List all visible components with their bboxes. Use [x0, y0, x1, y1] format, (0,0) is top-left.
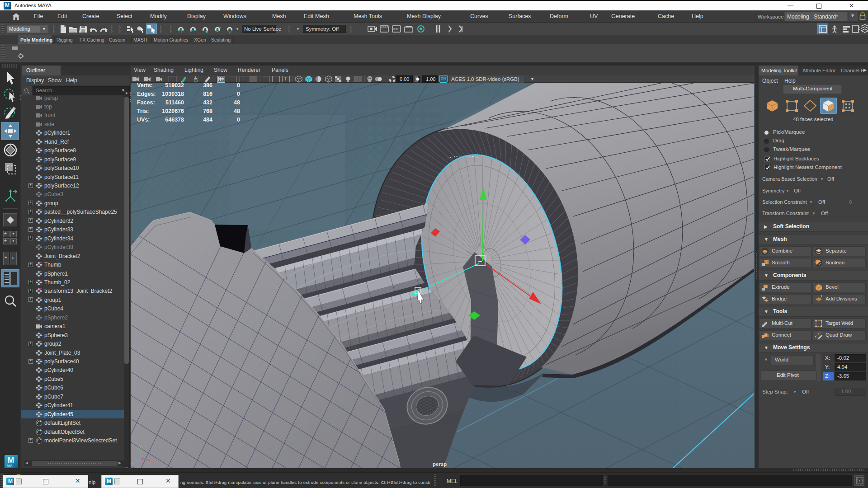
svg-text:646378: 646378 — [165, 117, 184, 123]
svg-text:UVs:: UVs: — [137, 117, 150, 123]
svg-text:48: 48 — [234, 99, 240, 106]
svg-text:persp: persp — [433, 461, 447, 467]
svg-text:x: x — [151, 459, 153, 464]
svg-text:48: 48 — [234, 108, 240, 114]
svg-text:IPR: IPR — [393, 28, 399, 31]
svg-text:Verts:: Verts: — [137, 83, 153, 89]
svg-text:519032: 519032 — [165, 83, 184, 89]
svg-text:1020676: 1020676 — [162, 108, 184, 114]
svg-text:y: y — [139, 444, 142, 449]
svg-text:0: 0 — [237, 91, 240, 97]
svg-text:386: 386 — [203, 83, 212, 89]
svg-text:768: 768 — [203, 108, 212, 114]
svg-text:484: 484 — [203, 117, 212, 123]
svg-text:Faces:: Faces: — [137, 99, 155, 106]
svg-text:0: 0 — [237, 117, 240, 123]
svg-text:0: 0 — [237, 83, 240, 89]
svg-text:Edges:: Edges: — [137, 91, 156, 97]
svg-text:511460: 511460 — [165, 99, 184, 106]
svg-text:432: 432 — [203, 99, 212, 106]
svg-text:1030318: 1030318 — [162, 91, 184, 97]
svg-text:Tris:: Tris: — [137, 108, 149, 114]
svg-text:z: z — [132, 462, 134, 466]
svg-text:816: 816 — [203, 91, 212, 97]
